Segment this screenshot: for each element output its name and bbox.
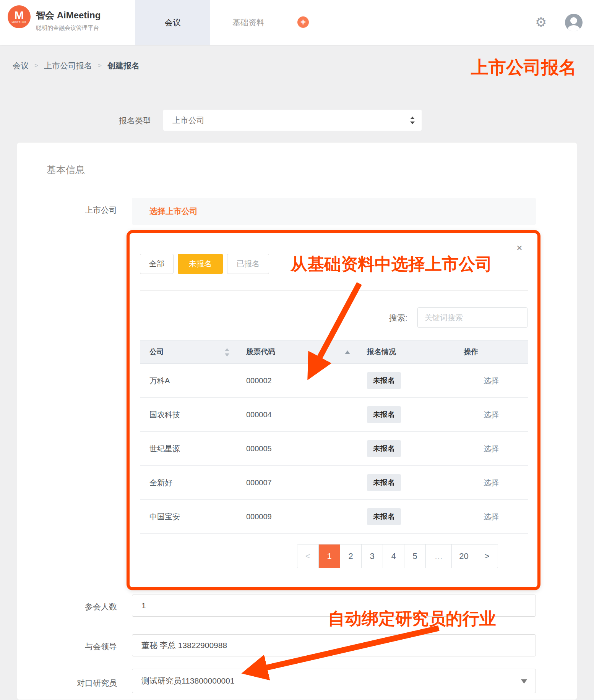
select-action-link[interactable]: 选择 (484, 444, 499, 454)
page: M MEETING 智会 AiMeeting 聪明的金融会议管理平台 会议 基础… (0, 0, 594, 700)
search-label: 搜索: (389, 313, 407, 323)
brand-tagline: 聪明的金融会议管理平台 (36, 24, 101, 32)
breadcrumb-item-listed-company-signup[interactable]: 上市公司报名 (44, 60, 92, 71)
pagination: < 1 2 3 4 5 … 20 > (297, 544, 498, 568)
select-action-link[interactable]: 选择 (484, 478, 499, 488)
chevron-down-icon (521, 679, 527, 684)
pagination-prev[interactable]: < (297, 544, 319, 568)
column-header-status: 报名情况 (358, 340, 454, 363)
column-header-company[interactable]: 公司 (140, 340, 237, 363)
modal-divider (140, 290, 528, 291)
pagination-page-3[interactable]: 3 (362, 544, 383, 568)
stock-code: 000002 (237, 364, 358, 397)
breadcrumb: 会议 > 上市公司报名 > 创建报名 (13, 60, 140, 71)
column-header-stock-code[interactable]: 股票代码 (237, 340, 358, 363)
breadcrumb-separator: > (34, 62, 38, 70)
listed-company-label: 上市公司 (69, 205, 117, 216)
select-action-link[interactable]: 选择 (484, 512, 499, 522)
annotation-researcher-note: 自动绑定研究员的行业 (328, 608, 496, 630)
pagination-page-2[interactable]: 2 (340, 544, 362, 568)
sort-asc-icon (345, 350, 350, 354)
researcher-value: 测试研究员113800000001 (141, 676, 235, 686)
select-updown-icon (410, 116, 415, 125)
pagination-page-4[interactable]: 4 (383, 544, 404, 568)
plus-icon: + (300, 18, 306, 27)
filter-tab-unregistered[interactable]: 未报名 (178, 254, 223, 274)
reg-type-value: 上市公司 (172, 115, 204, 126)
close-icon[interactable]: × (513, 241, 526, 254)
pagination-page-20[interactable]: 20 (452, 544, 476, 568)
avatar-body-shape (568, 25, 580, 31)
researcher-label: 对口研究员 (65, 678, 117, 689)
logo-subtext: MEETING (12, 21, 27, 24)
column-header-action: 操作 (454, 340, 528, 363)
breadcrumb-item-meeting[interactable]: 会议 (13, 60, 29, 71)
leader-label: 与会领导 (69, 641, 117, 652)
section-title: 基本信息 (47, 164, 85, 176)
status-badge: 未报名 (367, 508, 401, 525)
annotation-page-label: 上市公司报名 (471, 56, 576, 79)
tab-basic-data[interactable]: 基础资料 (218, 0, 279, 45)
company-table: 公司 股票代码 报名情况 操作 万科A 000002 未报名 选择 国农科技 0… (140, 340, 528, 534)
header-bar: M MEETING 智会 AiMeeting 聪明的金融会议管理平台 会议 基础… (0, 0, 594, 45)
table-row: 中国宝安 000009 未报名 选择 (140, 500, 528, 534)
status-badge: 未报名 (367, 474, 401, 491)
choose-company-link[interactable]: 选择上市公司 (149, 206, 198, 217)
table-row: 万科A 000002 未报名 选择 (140, 364, 528, 398)
table-header-row: 公司 股票代码 报名情况 操作 (140, 340, 528, 364)
tab-meeting[interactable]: 会议 (135, 0, 210, 45)
breadcrumb-separator: > (98, 62, 102, 70)
stock-code: 000005 (237, 432, 358, 465)
sort-icon (225, 348, 229, 357)
table-row: 全新好 000007 未报名 选择 (140, 466, 528, 500)
pagination-page-5[interactable]: 5 (404, 544, 426, 568)
company-name: 世纪星源 (140, 432, 237, 465)
reg-type-select[interactable]: 上市公司 (163, 110, 422, 131)
reg-type-label: 报名类型 (69, 115, 151, 126)
stock-code: 000004 (237, 398, 358, 431)
stock-code: 000009 (237, 500, 358, 533)
brand-block: 智会 AiMeeting 聪明的金融会议管理平台 (36, 9, 101, 32)
pagination-page-1[interactable]: 1 (319, 544, 340, 568)
add-button[interactable]: + (297, 16, 309, 28)
company-name: 国农科技 (140, 398, 237, 431)
select-action-link[interactable]: 选择 (484, 376, 499, 386)
status-badge: 未报名 (367, 406, 401, 423)
company-name: 全新好 (140, 466, 237, 499)
filter-tab-all[interactable]: 全部 (140, 254, 174, 274)
pagination-ellipsis: … (426, 544, 452, 568)
brand-name: 智会 AiMeeting (36, 9, 101, 21)
avatar[interactable] (565, 14, 583, 31)
annotation-modal-note: 从基础资料中选择上市公司 (291, 253, 492, 275)
select-action-link[interactable]: 选择 (484, 410, 499, 420)
company-name: 万科A (140, 364, 237, 397)
table-row: 世纪星源 000005 未报名 选择 (140, 432, 528, 466)
filter-tab-registered[interactable]: 已报名 (227, 254, 269, 274)
breadcrumb-item-create-signup: 创建报名 (107, 60, 140, 71)
leader-input[interactable] (132, 634, 536, 656)
status-badge: 未报名 (367, 440, 401, 457)
stock-code: 000007 (237, 466, 358, 499)
choose-company-bar: 选择上市公司 (132, 198, 536, 225)
table-row: 国农科技 000004 未报名 选择 (140, 398, 528, 432)
avatar-head-shape (570, 17, 577, 24)
attendee-count-label: 参会人数 (69, 601, 117, 612)
company-name: 中国宝安 (140, 500, 237, 533)
pagination-next[interactable]: > (476, 544, 498, 568)
search-input[interactable] (417, 307, 527, 328)
gear-icon[interactable]: ⚙ (535, 15, 547, 30)
status-badge: 未报名 (367, 372, 401, 389)
logo-glyph: M (15, 10, 24, 21)
researcher-select[interactable]: 测试研究员113800000001 (132, 669, 536, 693)
logo-icon: M MEETING (8, 5, 31, 28)
